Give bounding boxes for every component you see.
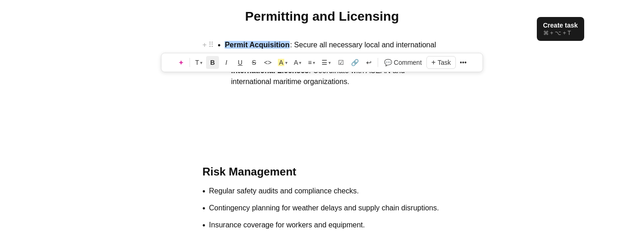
comment-label: Comment <box>394 59 422 66</box>
risk-bullet-dot-1: • <box>202 186 205 198</box>
undo-icon: ↩ <box>366 59 372 66</box>
bold-button[interactable]: B <box>206 56 219 69</box>
formatting-toolbar: ✦ T ▾ B I U S <box>161 53 483 72</box>
text-style-dropdown-icon: ▾ <box>200 60 202 65</box>
risk-bullet-dot-2: • <box>202 203 205 215</box>
code-button[interactable]: <> <box>261 56 274 69</box>
list-dropdown-icon: ▾ <box>328 60 331 65</box>
ai-icon: ✦ <box>178 58 184 67</box>
highlighted-text-1: Permit Acquisition <box>224 41 290 49</box>
line-actions-1[interactable]: + ⠿ <box>202 40 214 49</box>
italic-button[interactable]: I <box>220 56 233 69</box>
list-label: ☰ <box>322 59 328 66</box>
font-color-button[interactable]: A ▾ <box>291 56 304 69</box>
bold-label: B <box>210 59 215 66</box>
drag-handle-icon[interactable]: ⠿ <box>208 40 214 49</box>
tooltip-shortcut: ⌘ + ⌥ + T <box>543 30 578 36</box>
italic-label: I <box>225 59 227 66</box>
page-title: Permitting and Licensing <box>92 9 552 24</box>
risk-bullet-text-3: Insurance coverage for workers and equip… <box>209 220 365 231</box>
list-button[interactable]: ☰ ▾ <box>319 56 334 69</box>
link-icon: 🔗 <box>351 59 359 66</box>
undo-button[interactable]: ↩ <box>362 56 375 69</box>
align-label: ≡ <box>308 59 312 66</box>
ai-button[interactable]: ✦ <box>174 56 187 69</box>
more-icon: ••• <box>460 59 467 66</box>
task-button[interactable]: + Task <box>426 56 456 69</box>
font-color-dropdown-icon: ▾ <box>299 60 301 65</box>
highlight-button[interactable]: A ▾ <box>275 56 290 69</box>
toolbar-divider-1 <box>190 58 190 67</box>
task-plus-icon: + <box>431 58 436 67</box>
comment-icon: 💬 <box>384 59 392 66</box>
highlight-label: A <box>278 59 284 66</box>
text-style-label: T <box>195 59 199 66</box>
underline-label: U <box>238 59 242 66</box>
link-button[interactable]: 🔗 <box>348 56 362 69</box>
code-label: <> <box>264 59 271 66</box>
task-list-button[interactable]: ☑ <box>334 56 347 69</box>
risk-bullet-3: • Insurance coverage for workers and equ… <box>202 220 442 232</box>
add-line-icon[interactable]: + <box>202 41 207 49</box>
risk-bullet-2: • Contingency planning for weather delay… <box>202 203 442 215</box>
risk-management-section: Risk Management • Regular safety audits … <box>202 165 442 232</box>
risk-bullet-text-2: Contingency planning for weather delays … <box>209 203 439 214</box>
highlight-dropdown-icon: ▾ <box>285 60 288 65</box>
toolbar-divider-2 <box>378 58 378 67</box>
comment-button[interactable]: 💬 Comment <box>380 56 426 69</box>
text-style-button[interactable]: T ▾ <box>192 56 205 69</box>
task-list-label: ☑ <box>338 59 344 66</box>
align-dropdown-icon: ▾ <box>313 60 315 65</box>
risk-bullet-1: • Regular safety audits and compliance c… <box>202 186 442 198</box>
bullet-dot-1: • <box>218 40 220 52</box>
risk-bullet-text-1: Regular safety audits and compliance che… <box>209 186 359 197</box>
strikethrough-label: S <box>252 59 256 66</box>
font-color-label: A <box>294 59 298 66</box>
more-button[interactable]: ••• <box>457 56 470 69</box>
strikethrough-button[interactable]: S <box>247 56 260 69</box>
underline-button[interactable]: U <box>234 56 247 69</box>
task-label: Task <box>437 59 451 66</box>
align-button[interactable]: ≡ ▾ <box>305 56 318 69</box>
risk-management-heading: Risk Management <box>202 165 442 178</box>
risk-bullet-dot-3: • <box>202 220 205 232</box>
